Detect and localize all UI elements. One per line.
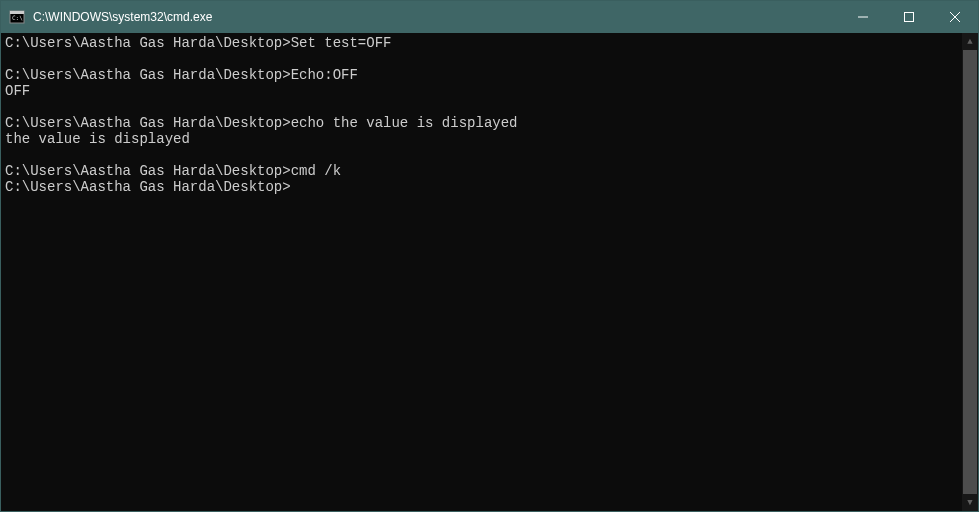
terminal-output[interactable]: C:\Users\Aastha Gas Harda\Desktop>Set te… — [1, 33, 962, 511]
scroll-down-arrow[interactable]: ▼ — [962, 494, 978, 511]
maximize-button[interactable] — [886, 1, 932, 33]
scrollbar-track[interactable] — [962, 50, 978, 494]
minimize-button[interactable] — [840, 1, 886, 33]
terminal-line — [5, 51, 958, 67]
maximize-icon — [904, 12, 914, 22]
svg-text:C:\: C:\ — [12, 14, 23, 21]
terminal-line — [5, 147, 958, 163]
minimize-icon — [858, 12, 868, 22]
content-area: C:\Users\Aastha Gas Harda\Desktop>Set te… — [1, 33, 978, 511]
svg-rect-4 — [905, 13, 914, 22]
window-controls — [840, 1, 978, 33]
terminal-line: OFF — [5, 83, 958, 99]
scroll-up-arrow[interactable]: ▲ — [962, 33, 978, 50]
close-button[interactable] — [932, 1, 978, 33]
terminal-line — [5, 99, 958, 115]
terminal-line: C:\Users\Aastha Gas Harda\Desktop>Set te… — [5, 35, 958, 51]
terminal-line: C:\Users\Aastha Gas Harda\Desktop>cmd /k — [5, 163, 958, 179]
cmd-icon: C:\ — [9, 9, 25, 25]
terminal-line: C:\Users\Aastha Gas Harda\Desktop> — [5, 179, 958, 195]
vertical-scrollbar[interactable]: ▲ ▼ — [962, 33, 978, 511]
window-title: C:\WINDOWS\system32\cmd.exe — [31, 10, 840, 24]
terminal-line: C:\Users\Aastha Gas Harda\Desktop>Echo:O… — [5, 67, 958, 83]
scrollbar-thumb[interactable] — [963, 50, 977, 494]
cmd-window: C:\ C:\WINDOWS\system32\cmd.exe — [0, 0, 979, 512]
terminal-line: the value is displayed — [5, 131, 958, 147]
terminal-line: C:\Users\Aastha Gas Harda\Desktop>echo t… — [5, 115, 958, 131]
titlebar[interactable]: C:\ C:\WINDOWS\system32\cmd.exe — [1, 1, 978, 33]
close-icon — [950, 12, 960, 22]
